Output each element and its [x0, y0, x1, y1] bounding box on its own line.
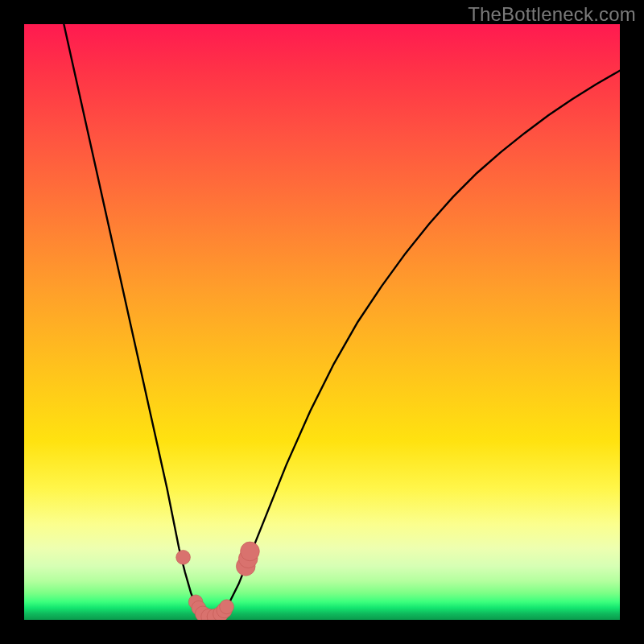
- curve-marker: [241, 542, 260, 561]
- curve-layer: [24, 24, 620, 620]
- curve-marker: [176, 550, 191, 564]
- chart-stage: TheBottleneck.com: [0, 0, 644, 644]
- watermark-text: TheBottleneck.com: [468, 3, 636, 26]
- bottleneck-curve: [24, 24, 620, 618]
- curve-markers: [176, 542, 260, 620]
- curve-marker: [220, 600, 234, 614]
- plot-area: [24, 24, 620, 620]
